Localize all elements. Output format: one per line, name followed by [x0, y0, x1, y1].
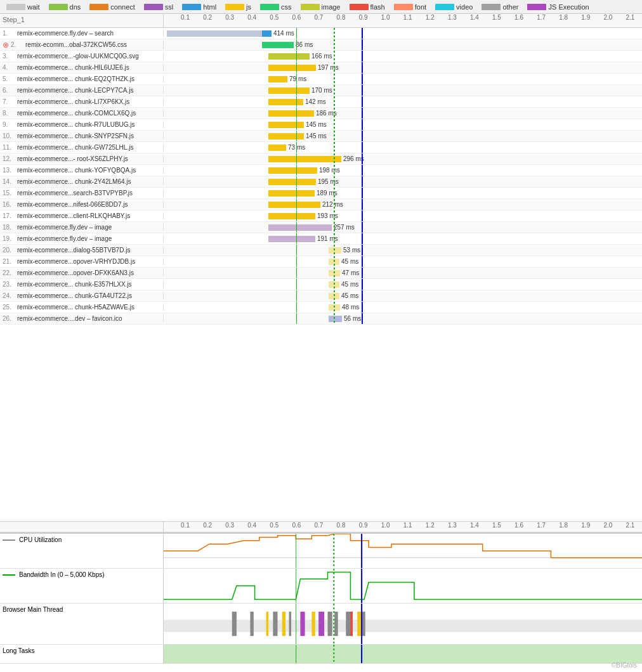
vline-1-row-18 — [334, 233, 335, 244]
table-row[interactable]: 16.remix-ecommerce...nifest-066E8DD7.js2… — [0, 199, 642, 210]
legend-item-flash: flash — [346, 2, 389, 12]
legend-color-video — [435, 4, 454, 10]
row-timeline-21: 47 ms — [164, 268, 642, 278]
row-label-15: 16.remix-ecommerce...nifest-066E8DD7.js — [0, 201, 164, 208]
row-timeline-6: 142 ms — [164, 96, 642, 107]
vline-1-row-21 — [334, 268, 335, 278]
row-number-11: 12. — [3, 155, 15, 162]
time-tick-1.9: 1.9 — [581, 522, 590, 529]
time-tick-0.5: 0.5 — [270, 522, 278, 529]
bw-canvas — [164, 569, 642, 603]
row-label-0: 1.remix-ecommerce.fly.dev – search — [0, 30, 164, 37]
row-timeline-12: 198 ms — [164, 165, 642, 176]
duration-label-12: 198 ms — [319, 167, 340, 174]
table-row[interactable]: 18.remix-ecommerce.fly.dev – image257 ms — [0, 222, 642, 233]
time-tick-2.1: 2.1 — [626, 522, 634, 529]
table-row[interactable]: 10.remix-ecommerce... chunk-SNYP2SFN.js1… — [0, 131, 642, 142]
row-name-4: remix-ecommerce... chunk-EQ2QTHZK.js — [17, 75, 134, 82]
table-row[interactable]: 20.remix-ecommerce...dialog-55BTVB7D.js5… — [0, 245, 642, 256]
row-timeline-8: 145 ms — [164, 119, 642, 130]
row-timeline-23: 45 ms — [164, 290, 642, 301]
vline-0-row-9 — [296, 131, 297, 141]
time-tick-1.3: 1.3 — [448, 522, 457, 529]
watermark: ©BIGtols — [612, 662, 637, 669]
row-number-5: 6. — [3, 87, 15, 94]
vline-0-row-25 — [296, 313, 297, 324]
table-row[interactable]: ⊗2.remix-ecomm...obal-372KCW56.css86 ms — [0, 39, 642, 51]
time-tick-0.3: 0.3 — [225, 522, 234, 529]
vline-1-row-3 — [334, 62, 335, 73]
table-row[interactable]: 7.remix-ecommerce... chunk-LI7XP6KX.js14… — [0, 96, 642, 108]
vline-0-row-14 — [296, 188, 297, 198]
table-row[interactable]: 19.remix-ecommerce.fly.dev – image191 ms — [0, 233, 642, 245]
table-row[interactable]: 11.remix-ecommerce... chunk-GW725LHL.js7… — [0, 142, 642, 153]
legend-label-JS Execution: JS Execution — [548, 3, 589, 11]
row-timeline-16: 193 ms — [164, 210, 642, 221]
vline-2-row-12 — [362, 165, 363, 176]
vline-1-row-24 — [334, 302, 335, 313]
table-row[interactable]: 5.remix-ecommerce... chunk-EQ2QTHZK.js79… — [0, 74, 642, 85]
vline-1-row-20 — [334, 256, 335, 267]
legend-item-connect: connect — [86, 2, 139, 12]
table-row[interactable]: 22.remix-ecommerce...opover-DFXK6AN3.js4… — [0, 268, 642, 279]
vline-1-row-14 — [334, 188, 335, 198]
time-tick-1.7: 1.7 — [537, 522, 546, 529]
bar-segment-1-0 — [262, 42, 294, 48]
table-row[interactable]: 14.remix-ecommerce... chunk-2Y42LM64.js1… — [0, 176, 642, 188]
duration-label-23: 45 ms — [341, 292, 358, 299]
row-number-2: 3. — [3, 53, 15, 60]
time-tick-0.8: 0.8 — [337, 522, 346, 529]
legend-color-flash — [350, 4, 369, 10]
row-timeline-10: 73 ms — [164, 142, 642, 153]
row-label-3: 4.remix-ecommerce... chunk-HIL6UJE6.js — [0, 64, 164, 71]
vline-2-row-2 — [362, 51, 363, 61]
row-number-20: 21. — [3, 258, 15, 265]
row-label-16: 17.remix-ecommerce...client-RLKQHABY.js — [0, 212, 164, 219]
legend-item-other: other — [478, 2, 522, 12]
table-row[interactable]: 8.remix-ecommerce... chunk-COMCLX6Q.js18… — [0, 108, 642, 119]
waterfall-header: Step_1 0.10.20.30.40.50.60.70.80.91.01.1… — [0, 14, 642, 28]
table-row[interactable]: 9.remix-ecommerce... chunk-R7ULUBUG.js14… — [0, 119, 642, 131]
table-row[interactable]: 6.remix-ecommerce... chunk-LECPY7CA.js17… — [0, 85, 642, 96]
table-row[interactable]: 1.remix-ecommerce.fly.dev – search414 ms — [0, 28, 642, 39]
row-name-1: remix-ecomm...obal-372KCW56.css — [25, 41, 127, 48]
table-row[interactable]: 15.remix-ecommerce...search-B3TVPYBP.js1… — [0, 188, 642, 199]
table-row[interactable]: 26.remix-ecommerce....dev – favicon.ico5… — [0, 313, 642, 325]
table-row[interactable]: 4.remix-ecommerce... chunk-HIL6UJE6.js19… — [0, 62, 642, 74]
vline-2-row-18 — [362, 233, 363, 244]
row-label-8: 9.remix-ecommerce... chunk-R7ULUBUG.js — [0, 121, 164, 128]
table-row[interactable]: 17.remix-ecommerce...client-RLKQHABY.js1… — [0, 210, 642, 222]
row-label-5: 6.remix-ecommerce... chunk-LECPY7CA.js — [0, 87, 164, 94]
table-row[interactable]: 21.remix-ecommerce...opover-VRHYDJDB.js4… — [0, 256, 642, 268]
legend-color-connect — [89, 4, 108, 10]
waterfall-rows[interactable]: 1.remix-ecommerce.fly.dev – search414 ms… — [0, 28, 642, 521]
table-row[interactable]: 13.remix-ecommerce... chunk-YOFYQBQA.js1… — [0, 165, 642, 176]
table-row[interactable]: 23.remix-ecommerce... chunk-E357HLXX.js4… — [0, 279, 642, 290]
row-label-1: ⊗2.remix-ecomm...obal-372KCW56.css — [0, 41, 164, 49]
row-number-21: 22. — [3, 269, 15, 276]
time-tick-1.5: 1.5 — [492, 14, 501, 21]
row-number-9: 10. — [3, 132, 15, 139]
step-label: Step_1 — [0, 14, 164, 27]
vline-0-row-3 — [296, 62, 297, 73]
row-number-25: 26. — [3, 315, 15, 322]
duration-label-22: 45 ms — [341, 281, 358, 288]
legend-label-dns: dns — [70, 3, 81, 11]
row-timeline-25: 56 ms — [164, 313, 642, 324]
time-tick-1.6: 1.6 — [514, 522, 523, 529]
row-label-18: 19.remix-ecommerce.fly.dev – image — [0, 235, 164, 242]
bar-segment-6-0 — [268, 99, 303, 105]
table-row[interactable]: 3.remix-ecommerce...-glow-UUKMCQ0G.svg16… — [0, 51, 642, 62]
table-row[interactable]: 25.remix-ecommerce... chunk-H5AZWAVE.js4… — [0, 302, 642, 313]
table-row[interactable]: 24.remix-ecommerce... chunk-GTA4UT22.js4… — [0, 290, 642, 302]
table-row[interactable]: 12.remix-ecommerce...- root-XS6ZLPHY.js2… — [0, 153, 642, 165]
time-tick-0.1: 0.1 — [181, 14, 190, 21]
row-label-14: 15.remix-ecommerce...search-B3TVPYBP.js — [0, 190, 164, 197]
row-number-8: 9. — [3, 121, 15, 128]
vline-2-row-19 — [362, 245, 363, 255]
time-tick-1.1: 1.1 — [403, 14, 412, 21]
time-tick-0.7: 0.7 — [314, 522, 323, 529]
legend-color-wait — [6, 4, 25, 10]
vline-0-row-13 — [296, 176, 297, 187]
time-tick-1.5: 1.5 — [492, 522, 501, 529]
